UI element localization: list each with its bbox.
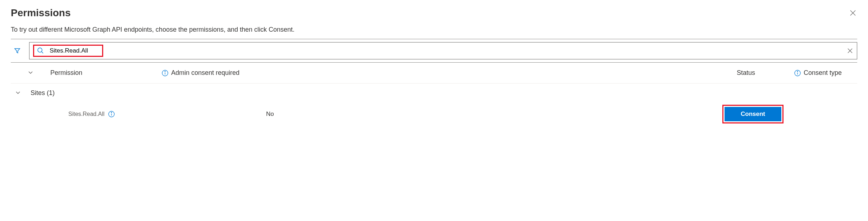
table-header: Permission Admin consent required Status… [11,63,857,84]
group-name: Sites (1) [31,89,55,97]
info-icon[interactable] [108,111,115,117]
consent-button[interactable]: Consent [725,107,781,121]
svg-point-8 [165,71,165,72]
page-title: Permissions [11,7,71,19]
column-header-permission[interactable]: Permission [50,69,162,77]
chevron-down-icon [15,90,21,95]
svg-point-14 [111,112,112,113]
status-cell: Consent [722,105,794,123]
group-expand-toggle[interactable] [15,90,21,97]
info-icon[interactable] [162,70,168,76]
filter-icon[interactable] [14,47,21,54]
clear-icon [847,48,853,54]
column-header-consent-type[interactable]: Consent type [794,69,857,77]
admin-consent-cell: No [162,110,722,118]
page-subtitle: To try out different Microsoft Graph API… [11,26,857,33]
column-header-admin-consent-label: Admin consent required [171,69,239,77]
column-header-admin-consent[interactable]: Admin consent required [162,69,737,77]
permission-name: Sites.Read.All [68,111,105,117]
search-row [11,39,857,62]
svg-point-2 [38,48,42,52]
info-icon[interactable] [794,70,801,76]
expand-all-toggle[interactable] [28,69,33,77]
column-header-consent-type-label: Consent type [804,69,842,77]
search-highlight [33,45,103,57]
clear-search-button[interactable] [847,48,853,54]
consent-highlight: Consent [722,105,784,123]
search-box[interactable] [29,42,857,59]
close-button[interactable] [849,9,857,17]
search-icon [37,47,44,54]
svg-line-3 [42,52,44,54]
table-row: Sites.Read.All No Consent [11,101,857,127]
group-row[interactable]: Sites (1) [11,84,857,101]
column-header-status[interactable]: Status [737,69,794,77]
search-input[interactable] [50,47,126,54]
chevron-down-icon [28,69,33,75]
close-icon [850,10,856,16]
permission-cell: Sites.Read.All [50,111,162,117]
svg-point-11 [797,71,798,72]
